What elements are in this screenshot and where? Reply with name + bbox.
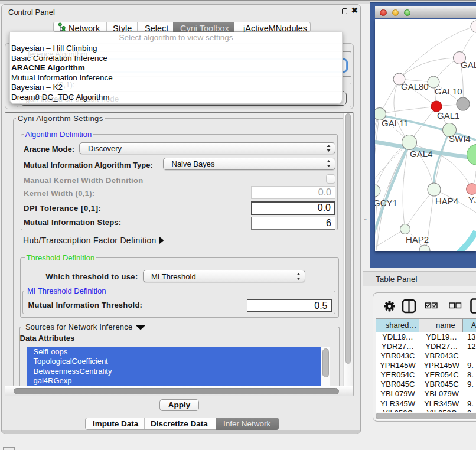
svg-text:GCY1: GCY1 bbox=[375, 198, 397, 208]
svg-text:GAL4: GAL4 bbox=[410, 149, 432, 159]
svg-text:HAP2: HAP2 bbox=[406, 234, 429, 244]
svg-text:GAL1: GAL1 bbox=[437, 110, 459, 120]
svg-text:GAL7: GAL7 bbox=[461, 60, 476, 70]
svg-text:GAL11: GAL11 bbox=[382, 118, 409, 128]
svg-text:GAL80: GAL80 bbox=[401, 81, 429, 92]
svg-text:HAP4: HAP4 bbox=[435, 196, 458, 206]
svg-text:GAL10: GAL10 bbox=[435, 86, 462, 96]
svg-text:YJ: YJ bbox=[468, 195, 476, 205]
svg-text:SWI4: SWI4 bbox=[449, 133, 471, 144]
